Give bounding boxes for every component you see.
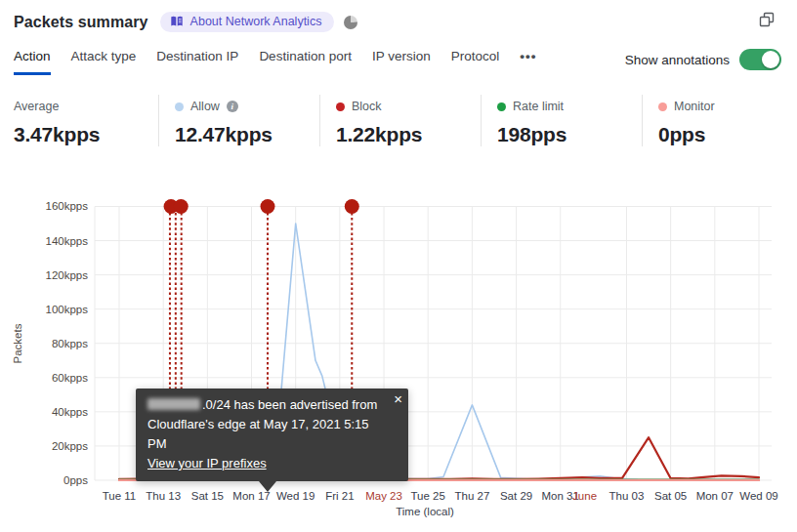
legend-dot-icon (658, 102, 667, 111)
tab-more[interactable]: ••• (520, 49, 536, 75)
annotation-tooltip: × .0/24 has been advertised from Cloudfl… (136, 389, 408, 481)
redacted-ip-prefix (147, 398, 200, 410)
stat-label-row: Average (14, 99, 158, 114)
y-axis-title: Packets (12, 323, 23, 363)
stat-block: Block1.22kpps (319, 95, 481, 146)
about-network-analytics-badge[interactable]: About Network Analytics (160, 12, 335, 32)
stat-label-row: Block (336, 99, 481, 114)
x-tick-label: Thu 27 (454, 490, 489, 502)
x-tick-label: Sat 05 (654, 490, 687, 502)
stat-label: Block (352, 100, 382, 113)
close-icon[interactable]: × (394, 391, 402, 407)
toggle-knob (762, 51, 779, 68)
stat-value: 12.47kpps (175, 123, 319, 146)
y-tick-label: 80kpps (52, 338, 88, 349)
tab-bar: ActionAttack typeDestination IPDestinati… (0, 49, 797, 78)
x-tick-label: Wed 19 (276, 490, 315, 502)
x-tick-label: Mon 07 (696, 490, 734, 502)
legend-dot-icon (497, 102, 506, 111)
legend-dot-icon (336, 102, 345, 111)
book-icon (170, 15, 184, 28)
x-tick-label: Sat 29 (500, 490, 532, 502)
stat-label-row: Rate limit (497, 99, 642, 114)
x-tick-label: June (572, 490, 597, 502)
tab-ip-version[interactable]: IP version (372, 49, 431, 75)
stats-row: Average3.47kppsAllowi12.47kppsBlock1.22k… (14, 95, 785, 146)
stat-label: Monitor (674, 100, 715, 113)
stat-value: 198pps (497, 123, 642, 146)
network-analytics-page: Packets summary About Network Analytics … (0, 0, 797, 532)
stat-average: Average3.47kpps (14, 95, 158, 146)
stat-label-row: Allowi (175, 99, 319, 114)
tooltip-line1: .0/24 has been advertised from (147, 395, 383, 415)
stat-label: Rate limit (513, 100, 564, 113)
stat-monitor: Monitor0pps (642, 95, 785, 146)
stat-value: 1.22kpps (336, 123, 481, 146)
stat-value: 3.47kpps (14, 123, 158, 146)
stat-label: Allow (190, 100, 220, 113)
tooltip-line2: Cloudflare's edge at May 17, 2021 5:15 P… (147, 415, 383, 454)
stat-value: 0pps (658, 123, 785, 146)
pie-timer-icon[interactable] (344, 16, 357, 29)
tooltip-line1-text: .0/24 has been advertised from (202, 397, 377, 412)
x-tick-label: Fri 21 (325, 490, 354, 502)
tab-attack-type[interactable]: Attack type (71, 49, 137, 75)
y-tick-label: 60kpps (52, 372, 88, 384)
show-annotations-toggle[interactable] (739, 49, 781, 70)
y-tick-label: 40kpps (52, 406, 88, 418)
x-tick-label: Wed 09 (739, 490, 777, 502)
y-tick-label: 100kpps (46, 304, 89, 315)
x-tick-label: Tue 11 (103, 490, 137, 502)
stat-rate-limit: Rate limit198pps (481, 95, 642, 146)
tab-destination-port[interactable]: Destination port (259, 49, 352, 75)
info-icon[interactable]: i (227, 101, 238, 112)
x-tick-label: Tue 25 (411, 490, 445, 502)
y-tick-label: 120kpps (46, 269, 89, 281)
x-axis-title: Time (local) (396, 506, 454, 517)
stat-allow: Allowi12.47kpps (158, 95, 319, 146)
y-tick-label: 160kpps (46, 200, 89, 212)
x-tick-label: Thu 13 (146, 490, 181, 502)
annotation-dot-icon[interactable] (261, 199, 275, 214)
x-tick-label: Sat 15 (191, 490, 224, 502)
page-title: Packets summary (14, 14, 148, 31)
annotation-dot-icon[interactable] (345, 199, 359, 214)
legend-dot-icon (175, 102, 184, 111)
view-ip-prefixes-link[interactable]: View your IP prefixes (147, 454, 267, 473)
y-tick-label: 0pps (63, 474, 88, 486)
tab-action[interactable]: Action (14, 49, 51, 75)
y-tick-label: 20kpps (52, 440, 88, 452)
y-tick-label: 140kpps (46, 235, 89, 247)
show-annotations-label: Show annotations (625, 53, 730, 67)
tooltip-pointer (259, 481, 276, 492)
x-tick-label: May 23 (365, 490, 402, 502)
stat-label: Average (14, 100, 59, 113)
badge-label: About Network Analytics (190, 15, 322, 28)
tab-destination-ip[interactable]: Destination IP (156, 49, 238, 75)
annotation-dot-icon[interactable] (174, 199, 189, 214)
copy-icon[interactable] (758, 11, 776, 28)
stat-label-row: Monitor (658, 99, 785, 114)
tab-list: ActionAttack typeDestination IPDestinati… (14, 49, 536, 75)
x-tick-label: Thu 03 (609, 490, 645, 502)
tab-protocol[interactable]: Protocol (451, 49, 500, 75)
show-annotations-control: Show annotations (625, 49, 781, 70)
page-header: Packets summary About Network Analytics (14, 12, 357, 32)
